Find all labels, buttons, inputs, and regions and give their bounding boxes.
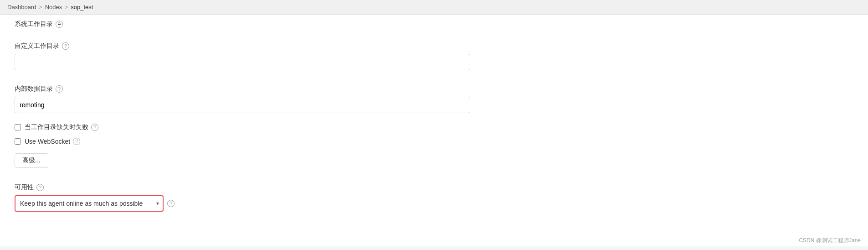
custom-workdir-label-row: 自定义工作目录 ? — [15, 42, 853, 50]
breadcrumb-sep-2: > — [65, 4, 68, 10]
availability-outer-help-icon[interactable]: ? — [167, 200, 175, 207]
custom-workdir-help-icon[interactable]: ? — [62, 42, 69, 50]
availability-field: 可用性 ? Keep this agent online as much as … — [15, 179, 853, 212]
use-websocket-help-icon[interactable]: ? — [73, 138, 80, 145]
internal-datadir-help-icon[interactable]: ? — [56, 85, 63, 93]
internal-datadir-label: 内部数据目录 — [15, 85, 53, 93]
custom-workdir-field: 自定义工作目录 ? — [15, 37, 853, 70]
watermark: CSDN @测试工程师Jane — [799, 237, 861, 245]
custom-workdir-input[interactable] — [15, 54, 470, 70]
use-websocket-label: Use WebSocket ? — [25, 138, 80, 145]
breadcrumb-current: sop_test — [71, 4, 93, 10]
custom-workdir-label: 自定义工作目录 — [15, 42, 59, 50]
fail-on-missing-label: 当工作目录缺失时失败 ? — [25, 123, 98, 131]
advanced-button[interactable]: 高级... — [15, 153, 48, 168]
fail-on-missing-row: 当工作目录缺失时失败 ? — [15, 123, 853, 131]
main-content: 系统工作目录 ? 自定义工作目录 ? 内部数据目录 ? 当工作目录缺失时失败 ?… — [0, 15, 868, 246]
strikethrough-text: 系统工作目录 — [15, 20, 53, 28]
strikethrough-help-icon[interactable]: ? — [56, 21, 63, 28]
fail-on-missing-help-icon[interactable]: ? — [91, 124, 98, 131]
fail-on-missing-checkbox[interactable] — [15, 124, 21, 130]
breadcrumb-sep-1: > — [39, 4, 42, 10]
availability-select[interactable]: Keep this agent online as much as possib… — [15, 195, 164, 212]
internal-datadir-input[interactable] — [15, 97, 470, 113]
strikethrough-row: 系统工作目录 ? — [15, 15, 853, 28]
availability-help-icon[interactable]: ? — [36, 184, 44, 191]
internal-datadir-field: 内部数据目录 ? — [15, 80, 853, 113]
breadcrumb-dashboard[interactable]: Dashboard — [7, 4, 36, 10]
breadcrumb: Dashboard > Nodes > sop_test — [0, 0, 868, 15]
use-websocket-checkbox[interactable] — [15, 138, 21, 145]
availability-select-wrapper: Keep this agent online as much as possib… — [15, 195, 164, 212]
use-websocket-row: Use WebSocket ? — [15, 138, 853, 145]
availability-label-row: 可用性 ? — [15, 183, 853, 192]
availability-label: 可用性 — [15, 183, 34, 192]
breadcrumb-nodes[interactable]: Nodes — [45, 4, 62, 10]
internal-datadir-label-row: 内部数据目录 ? — [15, 85, 853, 93]
